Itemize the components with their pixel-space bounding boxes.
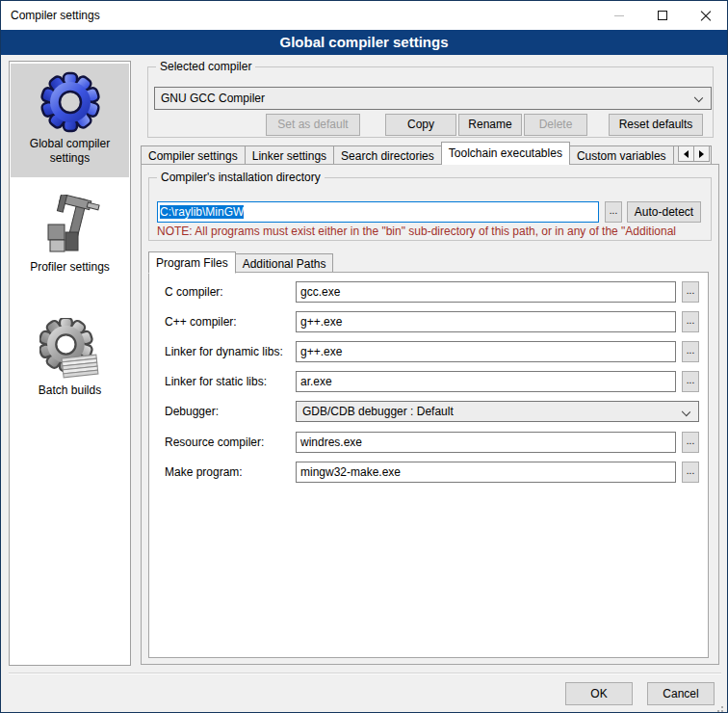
sidebar-item-label: Global compiler settings bbox=[11, 137, 129, 166]
field-resource-compiler: Resource compiler: ... bbox=[149, 432, 708, 453]
compiler-actions: Set as default Copy Rename Delete Reset … bbox=[148, 114, 709, 136]
tab-search-directories[interactable]: Search directories bbox=[333, 145, 442, 165]
sidebar-item-global-compiler-settings[interactable]: Global compiler settings bbox=[11, 64, 129, 177]
selected-text: C:\raylib\MinGW bbox=[160, 205, 244, 219]
field-label: C++ compiler: bbox=[165, 311, 237, 332]
browse-button[interactable]: ... bbox=[682, 462, 699, 483]
tab-scroll-left-button[interactable] bbox=[678, 145, 694, 162]
browse-button[interactable]: ... bbox=[682, 371, 699, 392]
browse-button[interactable]: ... bbox=[682, 341, 699, 362]
compiler-settings-window: Compiler settings Global compiler settin… bbox=[0, 0, 728, 713]
browse-button[interactable]: ... bbox=[682, 311, 699, 332]
sidebar-item-label: Batch builds bbox=[11, 383, 129, 398]
installation-directory-group: Compiler's installation directory C:\ray… bbox=[148, 177, 712, 241]
field-label: C compiler: bbox=[165, 281, 223, 303]
window-title: Compiler settings bbox=[11, 9, 100, 22]
browse-directory-button[interactable]: ... bbox=[605, 201, 622, 223]
group-label: Selected compiler bbox=[156, 60, 255, 73]
tab-scroll-controls bbox=[679, 145, 710, 162]
linker-static-input[interactable] bbox=[296, 371, 676, 392]
cancel-button[interactable]: Cancel bbox=[647, 682, 715, 705]
arrow-right-icon bbox=[699, 150, 704, 158]
selected-compiler-group: Selected compiler GNU GCC Compiler Set a… bbox=[147, 66, 714, 138]
debugger-select[interactable]: GDB/CDB debugger : Default bbox=[296, 401, 699, 422]
debugger-select-value: GDB/CDB debugger : Default bbox=[302, 405, 454, 418]
footer-separator bbox=[9, 673, 721, 674]
field-linker-static: Linker for static libs: ... bbox=[149, 371, 708, 392]
c-compiler-input[interactable] bbox=[296, 281, 676, 303]
tab-compiler-settings[interactable]: Compiler settings bbox=[141, 145, 246, 165]
rename-button[interactable]: Rename bbox=[458, 114, 522, 136]
tab-toolchain-executables[interactable]: Toolchain executables bbox=[441, 142, 570, 165]
chevron-down-icon bbox=[682, 408, 690, 416]
compiler-select-value: GNU GCC Compiler bbox=[161, 92, 265, 105]
make-program-input[interactable] bbox=[296, 462, 676, 483]
set-as-default-button[interactable]: Set as default bbox=[266, 114, 360, 136]
settings-category-list: Global compiler settings Profiler settin… bbox=[9, 61, 131, 666]
sidebar-item-profiler-settings[interactable]: Profiler settings bbox=[11, 187, 129, 283]
cpp-compiler-input[interactable] bbox=[296, 311, 676, 332]
close-icon bbox=[700, 11, 711, 21]
field-label: Debugger: bbox=[165, 401, 219, 422]
caliper-icon bbox=[39, 195, 101, 256]
tab-scroll-right-button[interactable] bbox=[693, 145, 710, 162]
title-bar: Compiler settings bbox=[1, 1, 727, 30]
maximize-button[interactable] bbox=[640, 1, 684, 30]
tab-custom-variables[interactable]: Custom variables bbox=[569, 145, 674, 165]
note-text: NOTE: All programs must exist either in … bbox=[157, 224, 710, 238]
auto-detect-button[interactable]: Auto-detect bbox=[627, 201, 701, 223]
gear-blue-icon bbox=[39, 71, 101, 133]
field-make-program: Make program: ... bbox=[149, 462, 708, 483]
field-c-compiler: C compiler: ... bbox=[149, 281, 708, 303]
browse-button[interactable]: ... bbox=[682, 281, 699, 303]
group-label: Compiler's installation directory bbox=[157, 171, 325, 184]
resource-compiler-input[interactable] bbox=[296, 432, 676, 453]
tab-additional-paths[interactable]: Additional Paths bbox=[235, 253, 334, 273]
maximize-icon bbox=[658, 11, 667, 20]
field-linker-dynamic: Linker for dynamic libs: ... bbox=[149, 341, 708, 362]
field-label: Linker for dynamic libs: bbox=[165, 341, 283, 362]
field-label: Resource compiler: bbox=[165, 432, 264, 453]
linker-dynamic-input[interactable] bbox=[296, 341, 676, 362]
ok-button[interactable]: OK bbox=[565, 682, 633, 705]
reset-defaults-button[interactable]: Reset defaults bbox=[609, 114, 703, 136]
chevron-down-icon bbox=[694, 93, 703, 102]
copy-button[interactable]: Copy bbox=[385, 114, 456, 136]
minimize-icon bbox=[614, 15, 624, 16]
sidebar-item-label: Profiler settings bbox=[11, 260, 129, 275]
tab-linker-settings[interactable]: Linker settings bbox=[245, 145, 334, 165]
field-debugger: Debugger: GDB/CDB debugger : Default bbox=[149, 401, 708, 422]
program-files-page: C compiler: ... C++ compiler: ... Linker… bbox=[148, 272, 709, 658]
toolchain-executables-page: Compiler's installation directory C:\ray… bbox=[141, 164, 719, 665]
field-cpp-compiler: C++ compiler: ... bbox=[149, 311, 708, 332]
gear-stack-icon bbox=[39, 318, 101, 380]
close-button[interactable] bbox=[684, 1, 727, 30]
sidebar-item-batch-builds[interactable]: Batch builds bbox=[11, 310, 129, 409]
program-files-tabstrip: Program Files Additional Paths bbox=[148, 251, 712, 273]
installation-directory-input[interactable]: C:\raylib\MinGW bbox=[157, 201, 599, 223]
settings-tabstrip: Compiler settings Linker settings Search… bbox=[141, 142, 719, 165]
resize-grip[interactable] bbox=[721, 706, 723, 708]
compiler-select[interactable]: GNU GCC Compiler bbox=[154, 87, 712, 110]
field-label: Linker for static libs: bbox=[165, 371, 267, 392]
browse-button[interactable]: ... bbox=[682, 432, 699, 453]
arrow-left-icon bbox=[684, 150, 689, 158]
minimize-button[interactable] bbox=[597, 1, 640, 30]
tab-program-files[interactable]: Program Files bbox=[148, 251, 236, 274]
window-controls bbox=[597, 1, 727, 30]
delete-button[interactable]: Delete bbox=[524, 114, 587, 136]
field-label: Make program: bbox=[165, 462, 243, 483]
page-title: Global compiler settings bbox=[1, 30, 727, 55]
